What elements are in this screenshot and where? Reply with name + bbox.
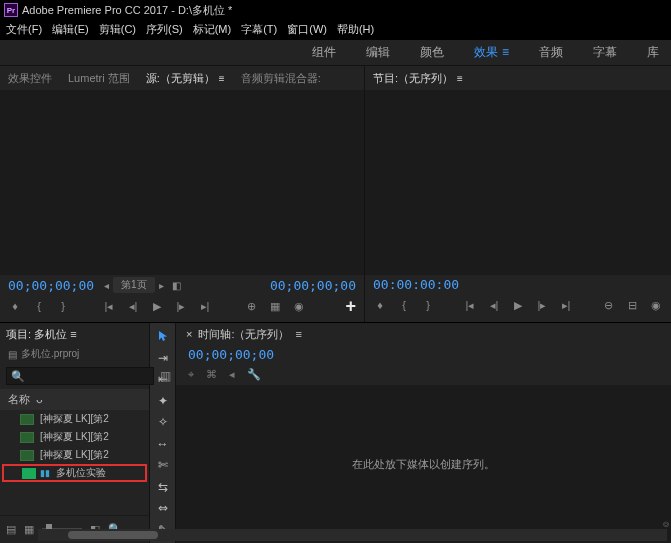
rate-stretch-icon[interactable]: ↔ bbox=[153, 437, 173, 452]
source-timecode[interactable]: 00;00;00;00 bbox=[8, 278, 94, 293]
timeline-panel: × 时间轴:（无序列） ≡ 00;00;00;00 ⌖ ⌘ ◂ 🔧 在此处放下媒… bbox=[176, 323, 671, 543]
timeline-timecode[interactable]: 00;00;00;00 bbox=[176, 345, 671, 364]
resize-handle-icon[interactable]: ⌾ bbox=[663, 518, 669, 529]
step-fwd-icon[interactable]: |▸ bbox=[535, 298, 549, 312]
tab-program[interactable]: 节目:（无序列） ≡ bbox=[373, 71, 463, 86]
slip-tool-icon[interactable]: ⇆ bbox=[153, 480, 173, 495]
source-monitor bbox=[0, 90, 364, 274]
close-icon[interactable]: × bbox=[186, 328, 192, 340]
fit-box[interactable]: 第1页 bbox=[113, 277, 155, 293]
workspace-effects[interactable]: 效果≡ bbox=[474, 44, 509, 61]
slide-tool-icon[interactable]: ⇔ bbox=[153, 501, 173, 516]
upper-panels: 效果控件 Lumetri 范围 源:（无剪辑） ≡ 音频剪辑混合器: 00;00… bbox=[0, 66, 671, 322]
menu-help[interactable]: 帮助(H) bbox=[337, 22, 374, 37]
step-fwd-icon[interactable]: ▸ bbox=[159, 280, 164, 291]
project-icon: ▤ bbox=[8, 349, 17, 360]
new-bin-icon[interactable]: ▥ bbox=[160, 369, 171, 383]
list-item[interactable]: [神探夏 LK][第2 bbox=[0, 410, 149, 428]
rolling-edit-icon[interactable]: ✧ bbox=[153, 415, 173, 430]
razor-tool-icon[interactable]: ✄ bbox=[153, 458, 173, 473]
tab-timeline[interactable]: 时间轴:（无序列） bbox=[198, 327, 289, 342]
export-icon[interactable]: ◉ bbox=[649, 298, 663, 312]
project-column-header[interactable]: 名称 ᴗ bbox=[0, 389, 149, 410]
step-fwd-icon[interactable]: |▸ bbox=[174, 299, 188, 313]
go-to-out-icon[interactable]: ▸| bbox=[559, 298, 573, 312]
go-to-out-icon[interactable]: ▸| bbox=[198, 299, 212, 313]
ripple-edit-icon[interactable]: ✦ bbox=[153, 394, 173, 409]
workspace-libraries[interactable]: 库 bbox=[647, 44, 659, 61]
mark-in-icon[interactable]: { bbox=[32, 299, 46, 313]
list-view-icon[interactable]: ▤ bbox=[6, 523, 16, 536]
menu-edit[interactable]: 编辑(E) bbox=[52, 22, 89, 37]
clip-name: [神探夏 LK][第2 bbox=[40, 430, 109, 444]
program-panel: 节目:（无序列） ≡ 00:00:00:00 ♦ { } |◂ ◂| ▶ |▸ … bbox=[365, 66, 671, 322]
menu-title[interactable]: 字幕(T) bbox=[241, 22, 277, 37]
tab-lumetri[interactable]: Lumetri 范围 bbox=[68, 71, 130, 86]
tab-project[interactable]: 项目: 多机位 ≡ bbox=[6, 327, 77, 342]
program-timecode[interactable]: 00:00:00:00 bbox=[373, 277, 459, 292]
go-to-in-icon[interactable]: |◂ bbox=[463, 298, 477, 312]
menu-bar: 文件(F) 编辑(E) 剪辑(C) 序列(S) 标记(M) 字幕(T) 窗口(W… bbox=[0, 20, 671, 40]
list-item[interactable]: [神探夏 LK][第2 bbox=[0, 428, 149, 446]
mark-in-icon[interactable]: { bbox=[397, 298, 411, 312]
sequence-name: 多机位实验 bbox=[56, 466, 106, 480]
workspace-audio[interactable]: 音频 bbox=[539, 44, 563, 61]
menu-icon[interactable]: ≡ bbox=[502, 45, 509, 59]
lift-icon[interactable]: ⊖ bbox=[601, 298, 615, 312]
project-file-row: ▤ 多机位.prproj bbox=[0, 345, 149, 363]
snap-icon[interactable]: ⌖ bbox=[188, 368, 194, 381]
button-editor-icon[interactable]: + bbox=[345, 296, 356, 317]
workspace-assembly[interactable]: 组件 bbox=[312, 44, 336, 61]
go-to-in-icon[interactable]: |◂ bbox=[102, 299, 116, 313]
export-frame-icon[interactable]: ◧ bbox=[172, 280, 181, 291]
link-selection-icon[interactable]: ⌘ bbox=[206, 368, 217, 381]
add-marker-icon[interactable]: ♦ bbox=[373, 298, 387, 312]
icon-view-icon[interactable]: ▦ bbox=[24, 523, 34, 536]
program-panel-tabs: 节目:（无序列） ≡ bbox=[365, 66, 671, 90]
step-back-icon[interactable]: ◂| bbox=[487, 298, 501, 312]
settings-icon[interactable]: 🔧 bbox=[247, 368, 261, 381]
selection-tool-icon[interactable] bbox=[153, 329, 173, 344]
panel-menu-icon[interactable]: ≡ bbox=[296, 328, 302, 340]
program-monitor bbox=[365, 90, 671, 274]
track-select-forward-icon[interactable]: ⇥ bbox=[153, 351, 173, 366]
tab-source[interactable]: 源:（无剪辑） ≡ bbox=[146, 71, 225, 86]
project-search-input[interactable] bbox=[6, 367, 154, 385]
tab-audio-mixer[interactable]: 音频剪辑混合器: bbox=[241, 71, 321, 86]
menu-clip[interactable]: 剪辑(C) bbox=[99, 22, 136, 37]
export-icon[interactable]: ◉ bbox=[292, 299, 306, 313]
menu-sequence[interactable]: 序列(S) bbox=[146, 22, 183, 37]
lower-panels: 项目: 多机位 ≡ ▤ 多机位.prproj ▥ 名称 ᴗ [神探夏 LK][第… bbox=[0, 322, 671, 543]
workspace-titles[interactable]: 字幕 bbox=[593, 44, 617, 61]
panel-menu-icon[interactable]: ≡ bbox=[457, 73, 463, 84]
play-icon[interactable]: ▶ bbox=[511, 298, 525, 312]
list-item[interactable]: [神探夏 LK][第2 bbox=[0, 446, 149, 464]
menu-window[interactable]: 窗口(W) bbox=[287, 22, 327, 37]
play-icon[interactable]: ▶ bbox=[150, 299, 164, 313]
menu-file[interactable]: 文件(F) bbox=[6, 22, 42, 37]
menu-markers[interactable]: 标记(M) bbox=[193, 22, 232, 37]
add-marker-icon[interactable]: ♦ bbox=[8, 299, 22, 313]
panel-menu-icon[interactable]: ≡ bbox=[219, 73, 225, 84]
tab-effect-controls[interactable]: 效果控件 bbox=[8, 71, 52, 86]
source-timecode-end: 00;00;00;00 bbox=[270, 278, 356, 293]
sort-icon[interactable]: ᴗ bbox=[36, 393, 43, 406]
panel-menu-icon[interactable]: ≡ bbox=[70, 328, 76, 340]
overwrite-icon[interactable]: ▦ bbox=[268, 299, 282, 313]
marker-icon[interactable]: ◂ bbox=[229, 368, 235, 381]
sequence-icon bbox=[22, 468, 36, 479]
timeline-body[interactable]: 在此处放下媒体以创建序列。 bbox=[176, 385, 671, 543]
workspace-color[interactable]: 颜色 bbox=[420, 44, 444, 61]
step-back-icon[interactable]: ◂ bbox=[104, 280, 109, 291]
project-panel: 项目: 多机位 ≡ ▤ 多机位.prproj ▥ 名称 ᴗ [神探夏 LK][第… bbox=[0, 323, 150, 543]
mark-out-icon[interactable]: } bbox=[56, 299, 70, 313]
extract-icon[interactable]: ⊟ bbox=[625, 298, 639, 312]
insert-icon[interactable]: ⊕ bbox=[244, 299, 258, 313]
clip-name: [神探夏 LK][第2 bbox=[40, 448, 109, 462]
titlebar: Pr Adobe Premiere Pro CC 2017 - D:\多机位 * bbox=[0, 0, 671, 20]
workspace-editing[interactable]: 编辑 bbox=[366, 44, 390, 61]
horizontal-scrollbar[interactable] bbox=[38, 529, 667, 541]
list-item-highlighted[interactable]: ▮▮ 多机位实验 bbox=[2, 464, 147, 482]
mark-out-icon[interactable]: } bbox=[421, 298, 435, 312]
step-back-icon[interactable]: ◂| bbox=[126, 299, 140, 313]
